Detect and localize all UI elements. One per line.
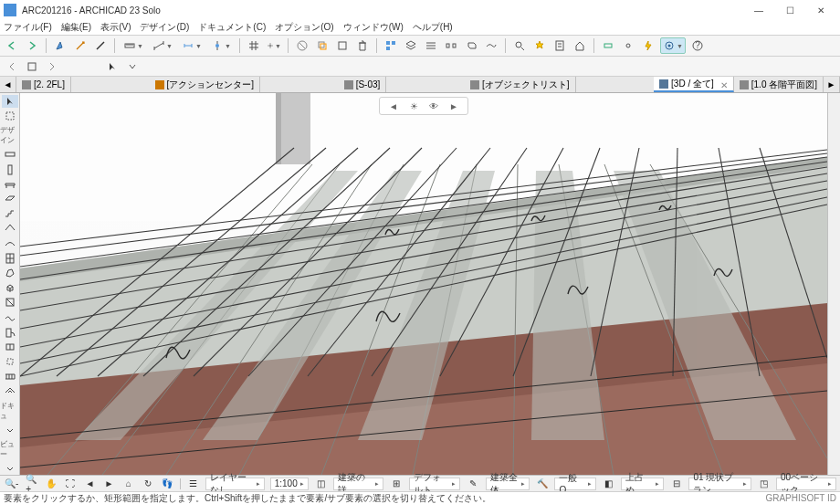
distribute-button[interactable] — [443, 37, 459, 54]
snap-button[interactable]: ▼ — [266, 37, 282, 54]
filter-button[interactable] — [551, 37, 568, 54]
inject-button[interactable] — [72, 37, 89, 54]
mesh-button[interactable] — [483, 37, 499, 54]
tab-object-list[interactable]: [オブジェクトリスト] — [465, 77, 576, 92]
arrow-next-button[interactable] — [44, 58, 60, 75]
column-tool[interactable] — [2, 163, 18, 176]
menu-file[interactable]: ファイル(F) — [4, 21, 52, 34]
sb-prev-view-button[interactable]: ◄ — [83, 476, 97, 492]
curtain-wall-tool[interactable] — [2, 252, 18, 265]
roof-tool[interactable] — [2, 222, 18, 235]
sb-dim-icon[interactable]: ◫ — [314, 476, 328, 492]
menu-options[interactable]: オプション(O) — [275, 21, 333, 34]
qo-eye-button[interactable]: 👁 — [427, 100, 440, 112]
detail-select[interactable]: 建築の詳...▸ — [333, 478, 384, 490]
close-tab-button[interactable]: ✕ — [720, 80, 728, 88]
align-button[interactable] — [423, 37, 439, 54]
tab-floor-plan[interactable]: [1.0 各階平面図] — [734, 77, 824, 92]
beam-tool[interactable] — [2, 178, 18, 191]
solid-button[interactable] — [463, 37, 479, 54]
level-button[interactable]: ▼ — [208, 37, 234, 54]
grid-button[interactable] — [246, 37, 262, 54]
options-button[interactable]: ▼ — [660, 37, 686, 54]
vertical-scrollbar[interactable] — [827, 93, 840, 475]
marquee-tool[interactable] — [2, 110, 18, 122]
railing-tool[interactable] — [2, 370, 18, 383]
minimize-button[interactable]: — — [743, 1, 774, 19]
reno-select[interactable]: 一般O...▸ — [554, 478, 595, 490]
layers-button[interactable] — [403, 37, 419, 54]
more-view[interactable] — [2, 462, 18, 475]
pick-button[interactable] — [52, 37, 68, 54]
arrow-down-button[interactable] — [124, 58, 141, 75]
penset-select[interactable]: 建築全体▸ — [486, 478, 530, 490]
undo-button[interactable] — [4, 37, 20, 54]
3d-viewport[interactable]: ◄ ☀ 👁 ► — [20, 93, 827, 475]
sb-reno-icon[interactable]: 🔨 — [535, 476, 549, 492]
menu-view[interactable]: 表示(V) — [100, 21, 131, 34]
stair-tool[interactable] — [2, 207, 18, 220]
sb-dim2-icon[interactable]: ⊟ — [669, 476, 683, 492]
arrow-tool[interactable] — [2, 95, 18, 108]
model-select[interactable]: デフォルト▸ — [409, 478, 461, 490]
opening-tool[interactable] — [2, 355, 18, 368]
sb-hand-button[interactable]: ✋ — [45, 476, 58, 492]
close-button[interactable]: ✕ — [805, 1, 836, 19]
more-tools[interactable] — [2, 424, 18, 436]
sb-zoom-in-button[interactable]: 🔍+ — [25, 476, 38, 492]
morph-tool[interactable] — [2, 267, 18, 279]
trace-button[interactable] — [314, 37, 331, 54]
trash-button[interactable] — [354, 37, 371, 54]
tab-action-center[interactable]: [アクションセンター] — [150, 77, 261, 92]
tab-3d[interactable]: [3D / 全て]✕ — [654, 77, 734, 92]
sb-home-button[interactable]: ⌂ — [121, 476, 135, 492]
menu-design[interactable]: デザイン(D) — [140, 21, 189, 34]
qo-dot-button[interactable]: ☀ — [407, 100, 420, 112]
menu-help[interactable]: ヘルプ(H) — [413, 21, 453, 34]
door-tool[interactable] — [2, 326, 18, 339]
layerset-select[interactable]: レイヤーなし▸ — [205, 478, 265, 490]
ruler-button[interactable]: ▼ — [121, 37, 146, 54]
magic-button[interactable] — [531, 37, 548, 54]
sb-view-icon[interactable]: ◳ — [757, 476, 771, 492]
energy-button[interactable] — [640, 37, 656, 54]
menu-edit[interactable]: 編集(E) — [61, 21, 91, 34]
sb-zoom-out-button[interactable]: 🔍- — [4, 476, 19, 492]
scale-select[interactable]: 1:100▸ — [270, 478, 309, 490]
qo-prev-button[interactable]: ◄ — [387, 100, 400, 112]
find-button[interactable] — [511, 37, 528, 54]
window-tool[interactable] — [2, 341, 18, 353]
sb-next-view-button[interactable]: ► — [102, 476, 116, 492]
sb-orbit-button[interactable]: ↻ — [141, 476, 154, 492]
nav-collapse-button[interactable]: ◄ — [0, 77, 16, 92]
sb-pen-icon[interactable]: ✎ — [466, 476, 479, 492]
crop-button[interactable] — [334, 37, 351, 54]
sb-partial-icon[interactable]: ◧ — [602, 476, 615, 492]
skylight-tool[interactable] — [2, 384, 18, 397]
slab-tool[interactable] — [2, 193, 18, 205]
wall-tool[interactable] — [2, 148, 18, 161]
zone-tool[interactable] — [2, 296, 18, 309]
link-button[interactable] — [620, 37, 636, 54]
tab-s03[interactable]: [S-03] — [339, 77, 387, 92]
menu-window[interactable]: ウィンドウ(W) — [343, 21, 404, 34]
mvo-select[interactable]: 00ベーシック▸ — [776, 478, 836, 490]
cursor-tool-button[interactable] — [104, 58, 121, 75]
suspend-button[interactable] — [294, 37, 310, 54]
qo-next-button[interactable]: ► — [447, 100, 460, 112]
measure-button[interactable]: ▼ — [150, 37, 175, 54]
sb-mvo-icon[interactable]: ⊞ — [389, 476, 403, 492]
shell-tool[interactable] — [2, 237, 18, 250]
sb-layer-icon[interactable]: ☰ — [185, 476, 199, 492]
arrow-prev-button[interactable] — [4, 58, 20, 75]
mep-button[interactable] — [600, 37, 616, 54]
nav-expand-button[interactable]: ► — [824, 77, 840, 92]
organizer-button[interactable] — [383, 37, 399, 54]
favorite-button[interactable] — [24, 58, 40, 75]
mesh-tool[interactable] — [2, 310, 18, 323]
sb-walk-button[interactable]: 👣 — [160, 476, 173, 492]
help-button[interactable]: ? — [689, 37, 706, 54]
dimension-button[interactable]: ▼ — [179, 37, 205, 54]
maximize-button[interactable]: ☐ — [774, 1, 805, 19]
tab-2fl[interactable]: [2. 2FL] — [16, 77, 71, 92]
